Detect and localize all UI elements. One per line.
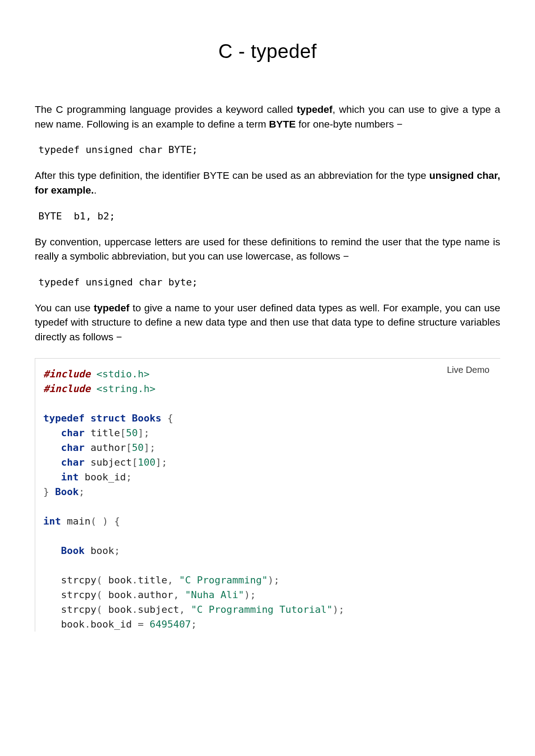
page-title: C - typedef bbox=[35, 40, 500, 62]
indent bbox=[43, 574, 61, 586]
text: . bbox=[94, 185, 97, 196]
fn: strcpy bbox=[61, 589, 96, 600]
field: book_id bbox=[79, 471, 126, 483]
punct: ]; bbox=[138, 427, 150, 438]
punct: } bbox=[43, 486, 55, 497]
var: book bbox=[108, 589, 132, 600]
field: subject bbox=[85, 457, 132, 468]
live-demo-link[interactable]: Live Demo bbox=[447, 365, 490, 375]
punct: [ bbox=[120, 427, 126, 438]
punct: , bbox=[167, 574, 179, 586]
indent bbox=[43, 619, 61, 630]
kw-char: char bbox=[61, 457, 85, 468]
punct: ; bbox=[114, 545, 120, 556]
text: The C programming language provides a ke… bbox=[35, 104, 297, 115]
string: "C Programming" bbox=[179, 574, 268, 586]
punct: ; bbox=[126, 471, 132, 483]
punct: . bbox=[132, 604, 138, 615]
indent bbox=[43, 442, 61, 453]
field: author bbox=[85, 442, 126, 453]
punct: ); bbox=[268, 574, 280, 586]
punct: ]; bbox=[144, 442, 156, 453]
num: 100 bbox=[138, 457, 156, 468]
type-book: Book bbox=[61, 545, 85, 556]
code-block: #include <stdio.h> #include <string.h> ​… bbox=[43, 367, 492, 632]
string: "Nuha Ali" bbox=[185, 589, 244, 600]
type-book: Book bbox=[55, 486, 79, 497]
code-snippet-1: typedef unsigned char BYTE; bbox=[38, 144, 500, 155]
code-snippet-2: BYTE b1, b2; bbox=[38, 211, 500, 222]
fn-main: main bbox=[61, 516, 91, 527]
punct: ; bbox=[78, 486, 84, 497]
punct: { bbox=[108, 516, 120, 527]
field: title bbox=[85, 427, 120, 438]
document-page: C - typedef The C programming language p… bbox=[0, 0, 535, 756]
punct: ); bbox=[244, 589, 256, 600]
text: for one-byte numbers − bbox=[296, 119, 403, 130]
punct: ( bbox=[96, 574, 108, 586]
var: book bbox=[108, 574, 132, 586]
punct: { bbox=[161, 413, 173, 424]
punct: ( bbox=[96, 604, 108, 615]
punct: . bbox=[132, 589, 138, 600]
punct: ( ) bbox=[91, 516, 108, 527]
member: subject bbox=[138, 604, 179, 615]
paragraph-4: You can use typedef to give a name to yo… bbox=[35, 301, 500, 345]
punct: [ bbox=[132, 457, 138, 468]
paragraph-1: The C programming language provides a ke… bbox=[35, 103, 500, 132]
indent bbox=[43, 545, 61, 556]
keyword-byte: BYTE bbox=[269, 119, 296, 130]
indent bbox=[43, 589, 61, 600]
code-block-container: Live Demo #include <stdio.h> #include <s… bbox=[35, 358, 500, 632]
member: author bbox=[138, 589, 173, 600]
punct: . bbox=[132, 574, 138, 586]
punct: , bbox=[179, 604, 191, 615]
var: book bbox=[108, 604, 132, 615]
punct: ( bbox=[96, 589, 108, 600]
include-file: <string.h> bbox=[91, 383, 156, 394]
code-snippet-3: typedef unsigned char byte; bbox=[38, 277, 500, 288]
var: book bbox=[61, 619, 85, 630]
type-books: Books bbox=[132, 413, 161, 424]
punct: ]; bbox=[156, 457, 168, 468]
text: You can use bbox=[35, 302, 94, 314]
kw-typedef: typedef bbox=[43, 413, 85, 424]
member: title bbox=[138, 574, 167, 586]
num: 50 bbox=[126, 427, 138, 438]
kw-int: int bbox=[43, 516, 61, 527]
kw-char: char bbox=[61, 442, 85, 453]
keyword-typedef: typedef bbox=[94, 302, 129, 314]
fn: strcpy bbox=[61, 604, 96, 615]
num: 6495407 bbox=[149, 619, 191, 630]
punct: [ bbox=[126, 442, 132, 453]
indent bbox=[43, 457, 61, 468]
indent bbox=[43, 427, 61, 438]
kw-int: int bbox=[61, 471, 79, 483]
kw-struct: struct bbox=[91, 413, 126, 424]
var: book bbox=[85, 545, 114, 556]
keyword-typedef: typedef bbox=[297, 104, 333, 115]
preproc: #include bbox=[43, 383, 91, 394]
punct: ; bbox=[191, 619, 197, 630]
text: After this type definition, the identifi… bbox=[35, 170, 429, 181]
include-file: <stdio.h> bbox=[91, 368, 149, 380]
member: book_id bbox=[91, 619, 138, 630]
kw-char: char bbox=[61, 427, 85, 438]
fn: strcpy bbox=[61, 574, 96, 586]
paragraph-3: By convention, uppercase letters are use… bbox=[35, 235, 500, 264]
punct: = bbox=[138, 619, 150, 630]
num: 50 bbox=[132, 442, 144, 453]
punct: . bbox=[85, 619, 91, 630]
paragraph-2: After this type definition, the identifi… bbox=[35, 169, 500, 198]
indent bbox=[43, 471, 61, 483]
punct: , bbox=[173, 589, 185, 600]
string: "C Programming Tutorial" bbox=[191, 604, 333, 615]
punct: ); bbox=[333, 604, 345, 615]
preproc: #include bbox=[43, 368, 91, 380]
indent bbox=[43, 604, 61, 615]
